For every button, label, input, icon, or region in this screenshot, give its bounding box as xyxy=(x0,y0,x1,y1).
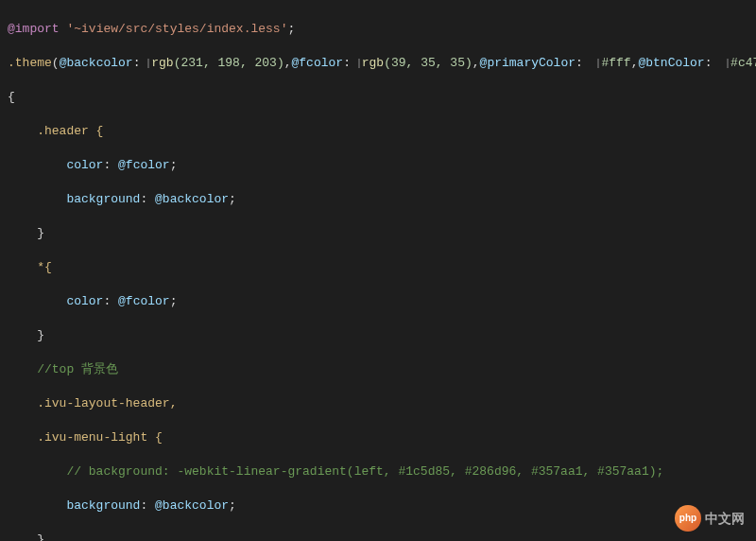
code-line: } xyxy=(8,225,748,242)
code-line: *{ xyxy=(8,259,748,276)
code-line: color: @fcolor; xyxy=(8,293,748,310)
code-line: color: @fcolor; xyxy=(8,157,748,174)
code-line: background: @backcolor; xyxy=(8,497,748,515)
code-line: background: @backcolor; xyxy=(8,191,748,208)
color-swatch-icon xyxy=(358,59,360,68)
code-line: .ivu-menu-light { xyxy=(8,429,748,446)
at-import: @import xyxy=(8,21,60,38)
code-line: // background: -webkit-linear-gradient(l… xyxy=(8,463,748,480)
color-swatch-icon xyxy=(727,59,729,68)
code-line: //top 背景色 xyxy=(8,361,748,378)
code-line: .theme(@backcolor: rgb(231, 198, 203),@f… xyxy=(8,55,748,72)
logo-text: 中文网 xyxy=(705,510,745,527)
import-path: '~iview/src/styles/index.less' xyxy=(66,21,287,38)
code-line: } xyxy=(8,327,748,344)
code-editor: @import '~iview/src/styles/index.less'; … xyxy=(0,0,756,541)
code-line: { xyxy=(8,89,748,106)
watermark-logo: php 中文网 xyxy=(675,505,745,532)
code-line: } xyxy=(8,532,748,541)
color-swatch-icon xyxy=(147,59,149,68)
php-logo-icon: php xyxy=(675,505,701,532)
code-line: @import '~iview/src/styles/index.less'; xyxy=(8,21,748,38)
code-line: .ivu-layout-header, xyxy=(8,395,748,412)
color-swatch-icon xyxy=(597,59,599,68)
code-line: .header { xyxy=(8,123,748,140)
